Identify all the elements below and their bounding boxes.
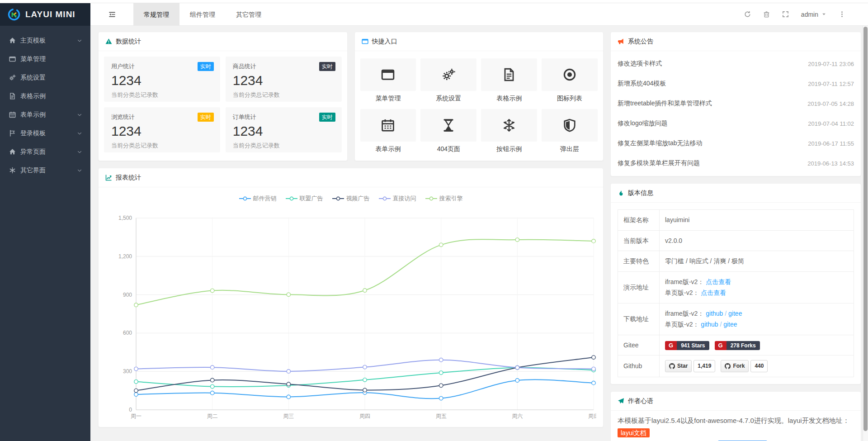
svg-text:0: 0 [129,407,132,413]
sidebar-item-5[interactable]: 表单示例 [0,105,90,124]
legend-item-搜索引擎[interactable]: 搜索引擎 [425,194,463,203]
panel-title: 快捷入口 [372,38,397,46]
announcement-row[interactable]: 新增系统404模板2019-07-11 12:57 [618,74,854,94]
version-row: 演示地址iframe版-v2： 点击查看单页版-v2： 点击查看 [618,271,854,303]
sidebar-collapse-icon[interactable] [90,3,133,25]
window-icon [381,68,395,81]
version-link[interactable]: github [706,310,723,317]
sidebar-item-label: 系统设置 [20,74,46,82]
chevron-down-icon [77,168,82,173]
svg-text:周四: 周四 [359,413,370,419]
tab-2[interactable]: 组件管理 [179,3,226,25]
github-fork-button[interactable]: Fork440 [721,360,768,372]
panel-announcements-header: 系统公告 [611,32,861,51]
stat-value: 1234 [111,123,213,139]
panel-quick-entry-header: 快捷入口 [355,32,604,51]
stat-desc: 当前分类总记录数 [233,142,335,150]
sidebar: LAYUI MINI 主页模板菜单管理系统设置表格示例表单示例登录模板异常页面其… [0,3,90,441]
logo[interactable]: LAYUI MINI [0,3,90,26]
version-link[interactable]: 点击查看 [706,278,731,285]
version-link[interactable]: gitee [723,321,737,328]
legend-item-邮件营销[interactable]: 邮件营销 [239,194,277,203]
announcement-text: 修改logo缩放问题 [618,119,667,128]
legend-item-联盟广告[interactable]: 联盟广告 [286,194,323,203]
gitee-badge[interactable]: G278 Forks [715,341,760,350]
sidebar-item-label: 其它界面 [20,166,46,175]
quick-entry-表单示例[interactable]: 表单示例 [360,109,416,153]
quick-entry-label: 系统设置 [420,95,476,103]
version-table: 框架名称layuimini当前版本v2.0.0主要特色零门槛 / 响应式 / 清… [618,209,854,377]
stat-desc: 当前分类总记录数 [111,91,213,99]
github-star-button[interactable]: Star1,419 [665,360,715,372]
announcement-row[interactable]: 修复多模块菜单栏展开有问题2019-06-13 14:53 [618,153,854,173]
stat-value: 1234 [233,123,335,139]
fullscreen-icon[interactable] [782,11,789,18]
version-value: iframe版-v2： github / gitee单页版-v2： github… [660,303,854,335]
sidebar-item-4[interactable]: 表格示例 [0,87,90,105]
quick-entry-label: 弹出层 [542,145,598,153]
gitee-icon: G [665,341,677,350]
page-scrollbar[interactable] [863,26,868,441]
quick-entry-label: 404页面 [420,145,476,153]
quick-entry-404页面[interactable]: 404页面 [420,109,476,153]
announcement-row[interactable]: 修改logo缩放问题2019-07-04 11:02 [618,114,854,133]
fire-icon [618,190,624,196]
panel-title: 作者心语 [628,397,653,405]
sidebar-item-2[interactable]: 菜单管理 [0,50,90,68]
announcement-row[interactable]: 修复左侧菜单缩放tab无法移动2019-06-17 11:55 [618,133,854,153]
legend-item-直接访问[interactable]: 直接访问 [379,194,416,203]
user-menu[interactable]: admin [801,11,826,18]
sidebar-item-3[interactable]: 系统设置 [0,68,90,87]
clear-trash-icon[interactable] [763,11,770,18]
version-row: 下载地址iframe版-v2： github / gitee单页版-v2： gi… [618,303,854,335]
quick-entry-菜单管理[interactable]: 菜单管理 [360,58,416,103]
sidebar-item-8[interactable]: 其它界面 [0,161,90,180]
version-link[interactable]: 点击查看 [701,289,726,296]
tab-3[interactable]: 其它管理 [226,3,272,25]
announcement-row[interactable]: 修改选项卡样式2019-07-11 23:06 [618,54,854,74]
version-row: 框架名称layuimini [618,210,854,231]
legend-item-视频广告[interactable]: 视频广告 [332,194,370,203]
chart-legend: 邮件营销联盟广告视频广告直接访问搜索引擎 [105,190,596,204]
svg-text:周三: 周三 [283,413,294,419]
version-link[interactable]: github [701,321,718,328]
version-link[interactable]: gitee [728,310,742,317]
panel-report-chart: 报表统计 邮件营销联盟广告视频广告直接访问搜索引擎 03006009001,20… [98,168,604,427]
quick-entry-按钮示例[interactable]: 按钮示例 [481,109,537,153]
announcement-row[interactable]: 新增treetable插件和菜单管理样式2019-07-05 14:28 [618,94,854,114]
shield-icon [563,119,576,132]
chevron-down-icon [77,112,82,118]
quick-entry-系统设置[interactable]: 系统设置 [420,58,476,103]
sidebar-item-6[interactable]: 登录模板 [0,124,90,142]
quick-entry-图标列表[interactable]: 图标列表 [542,58,598,103]
svg-text:600: 600 [123,330,132,336]
announcement-date: 2019-07-05 14:28 [807,100,854,107]
sidebar-item-1[interactable]: 主页模板 [0,31,90,50]
github-count[interactable]: 1,419 [693,360,715,372]
announcement-text: 修复左侧菜单缩放tab无法移动 [618,139,702,147]
quick-entry-label: 菜单管理 [360,95,416,103]
gitee-badge[interactable]: G941 Stars [665,341,709,350]
refresh-icon[interactable] [744,11,751,18]
more-options-icon[interactable] [839,11,845,18]
announcement-date: 2019-07-11 23:06 [808,61,854,67]
version-label: Github [618,356,660,377]
github-icon [725,363,731,369]
sidebar-item-7[interactable]: 异常页面 [0,142,90,161]
stat-card: 用户统计1234当前分类总记录数实时 [104,57,220,102]
author-text: 本模板基于layui2.5.4以及font-awesome-4.7.0进行实现。… [611,411,861,441]
gears-icon [442,68,455,81]
version-label: Gitee [618,335,660,356]
version-table-wrap: 框架名称layuimini当前版本v2.0.0主要特色零门槛 / 响应式 / 清… [611,203,861,384]
dot-circle-icon [563,68,576,81]
github-count[interactable]: 440 [750,360,768,372]
layui-doc-badge[interactable]: layui文档 [618,428,650,437]
chevron-down-icon [77,131,82,136]
quick-entry-弹出层[interactable]: 弹出层 [542,109,598,153]
quick-entry-表格示例[interactable]: 表格示例 [481,58,537,103]
stat-card: 商品统计1234当前分类总记录数实时 [226,57,342,102]
scrollbar-thumb[interactable] [863,27,868,431]
paper-plane-icon [618,398,624,404]
tab-1[interactable]: 常规管理 [133,3,179,25]
version-value: 零门槛 / 响应式 / 清爽 / 极简 [660,251,854,272]
